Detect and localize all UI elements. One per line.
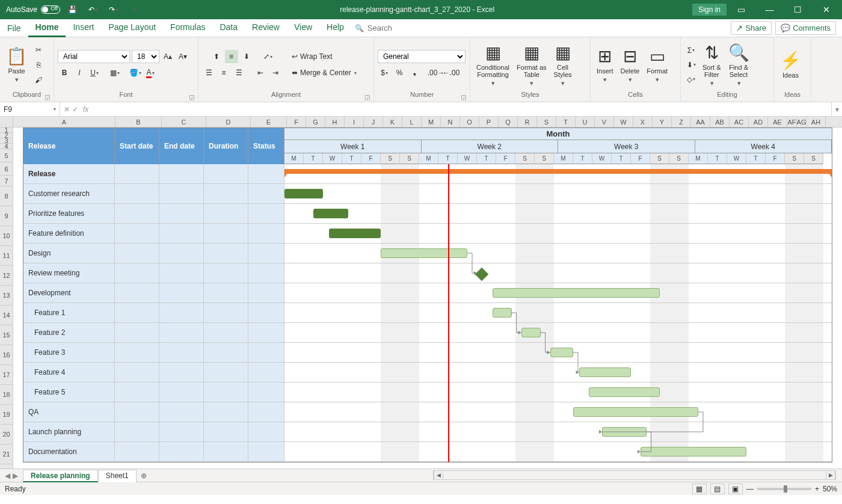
ribbon-display-icon[interactable]: ▭	[728, 1, 755, 19]
borders-icon[interactable]: ▦▾	[108, 66, 121, 79]
row-header[interactable]: 20	[0, 425, 13, 444]
maximize-icon[interactable]: ☐	[784, 1, 811, 19]
font-color-icon[interactable]: A▾	[144, 66, 157, 79]
gantt-cell-startdate[interactable]	[115, 383, 159, 402]
gantt-cell-status[interactable]	[248, 224, 284, 243]
column-header[interactable]: U	[576, 117, 595, 127]
column-header[interactable]: Q	[499, 117, 518, 127]
column-header[interactable]: AE	[768, 117, 787, 127]
gantt-cell-startdate[interactable]	[115, 263, 159, 283]
autosave-toggle[interactable]: AutoSave Off	[6, 5, 60, 14]
gantt-task-name[interactable]: Development	[23, 283, 115, 303]
column-header[interactable]: K	[383, 117, 402, 127]
gantt-cell-duration[interactable]	[204, 204, 248, 223]
gantt-cell-startdate[interactable]	[115, 363, 159, 382]
cancel-formula-icon[interactable]: ✕	[64, 105, 70, 114]
expand-formula-bar-icon[interactable]: ▾	[831, 102, 842, 116]
row-header[interactable]: 12	[0, 266, 13, 286]
orientation-icon[interactable]: ⤢▾	[262, 50, 275, 63]
tab-home[interactable]: Home	[28, 19, 66, 37]
gantt-task-name[interactable]: Documentation	[23, 442, 115, 461]
column-header[interactable]: AA	[691, 117, 710, 127]
tell-me-search[interactable]: 🔍	[355, 23, 440, 32]
undo-icon[interactable]: ↶▾	[84, 2, 101, 17]
gantt-cell-duration[interactable]	[204, 184, 248, 203]
column-header[interactable]: X	[633, 117, 653, 127]
gantt-cell-enddate[interactable]	[159, 363, 204, 382]
row-header[interactable]: 19	[0, 405, 13, 425]
chevron-down-icon[interactable]: ▾	[54, 106, 56, 112]
row-header[interactable]: 22	[0, 464, 13, 469]
comma-icon[interactable]: ❟	[408, 66, 421, 79]
column-header[interactable]: O	[460, 117, 479, 127]
cut-icon[interactable]: ✂	[32, 43, 45, 57]
gantt-cell-startdate[interactable]	[115, 323, 159, 342]
row-header[interactable]: 16	[0, 345, 13, 365]
column-header[interactable]: W	[614, 117, 633, 127]
gantt-cell-duration[interactable]	[204, 283, 248, 303]
sheet-tab[interactable]: Release planning	[23, 470, 98, 482]
gantt-milestone[interactable]	[475, 268, 489, 281]
row-header[interactable]: 18	[0, 385, 13, 405]
save-icon[interactable]: 💾	[64, 2, 81, 17]
font-name-select[interactable]: Arial	[58, 50, 130, 63]
minimize-icon[interactable]: —	[756, 1, 783, 19]
gantt-cell-status[interactable]	[248, 422, 284, 441]
gantt-task-bar[interactable]	[602, 427, 647, 437]
merge-center-button[interactable]: ⬌Merge & Center▾	[289, 66, 359, 79]
gantt-task-name[interactable]: Feature 3	[23, 343, 115, 362]
gantt-cell-status[interactable]	[248, 402, 284, 422]
column-header[interactable]: B	[115, 117, 162, 127]
align-bottom-icon[interactable]: ⬇	[240, 50, 253, 63]
insert-cells-button[interactable]: ⊞Insert▾	[594, 45, 616, 84]
gantt-cell-duration[interactable]	[204, 323, 248, 342]
gantt-cell-startdate[interactable]	[115, 442, 159, 461]
scroll-track[interactable]	[443, 471, 826, 479]
row-header[interactable]: 9	[0, 206, 13, 226]
gantt-cell-duration[interactable]	[204, 164, 248, 183]
gantt-cell-startdate[interactable]	[115, 164, 159, 183]
gantt-task-bar[interactable]	[641, 447, 746, 456]
tab-file[interactable]: File	[0, 20, 28, 37]
ideas-button[interactable]: ⚡Ideas	[778, 49, 804, 80]
cell-styles-button[interactable]: ▦Cell Styles▾	[552, 41, 574, 88]
paste-button[interactable]: 📋 Paste▾	[4, 45, 29, 84]
gantt-cell-status[interactable]	[248, 283, 284, 303]
sheet-nav-next-icon[interactable]: ▶	[13, 472, 18, 480]
tab-help[interactable]: Help	[319, 19, 351, 37]
gantt-task-name[interactable]: Feature 4	[23, 363, 115, 382]
increase-indent-icon[interactable]: ⇥	[269, 66, 282, 79]
gantt-cell-enddate[interactable]	[159, 263, 204, 283]
name-box[interactable]: F9▾	[0, 102, 60, 116]
column-header[interactable]: A	[13, 117, 115, 127]
tab-page-layout[interactable]: Page Layout	[101, 19, 163, 37]
italic-icon[interactable]: I	[73, 66, 86, 79]
gantt-cell-enddate[interactable]	[159, 442, 204, 461]
column-header[interactable]: R	[518, 117, 537, 127]
gantt-task-bar[interactable]	[329, 229, 381, 238]
tab-formulas[interactable]: Formulas	[163, 19, 212, 37]
gantt-cell-status[interactable]	[248, 263, 284, 283]
worksheet-grid[interactable]: ABCDEFGHIJKLMNOPQRSTUVWXYZAAABACADAEAFAG…	[0, 117, 842, 469]
dialog-launcher-icon[interactable]: ◲	[189, 94, 194, 100]
gantt-cell-duration[interactable]	[204, 383, 248, 402]
gantt-cell-startdate[interactable]	[115, 422, 159, 441]
bold-icon[interactable]: B	[58, 66, 71, 79]
align-middle-icon[interactable]: ≡	[225, 50, 238, 63]
gantt-task-bar[interactable]	[589, 387, 660, 397]
sort-filter-button[interactable]: ⇅Sort & Filter▾	[700, 41, 724, 88]
clear-icon[interactable]: ◇▾	[684, 73, 698, 86]
dialog-launcher-icon[interactable]: ◲	[461, 94, 466, 100]
gantt-task-bar[interactable]	[573, 407, 698, 417]
column-header[interactable]: AH	[807, 117, 826, 127]
gantt-cell-status[interactable]	[248, 383, 284, 402]
row-header[interactable]: 8	[0, 186, 13, 206]
gantt-task-name[interactable]: Prioritize features	[23, 204, 115, 223]
gantt-task-name[interactable]: Design	[23, 244, 115, 263]
fx-icon[interactable]: fx	[81, 105, 91, 114]
autosum-icon[interactable]: Σ▾	[684, 44, 698, 57]
gantt-cell-duration[interactable]	[204, 363, 248, 382]
tab-insert[interactable]: Insert	[66, 19, 101, 37]
gantt-task-name[interactable]: QA	[23, 402, 115, 422]
gantt-cell-duration[interactable]	[204, 224, 248, 243]
